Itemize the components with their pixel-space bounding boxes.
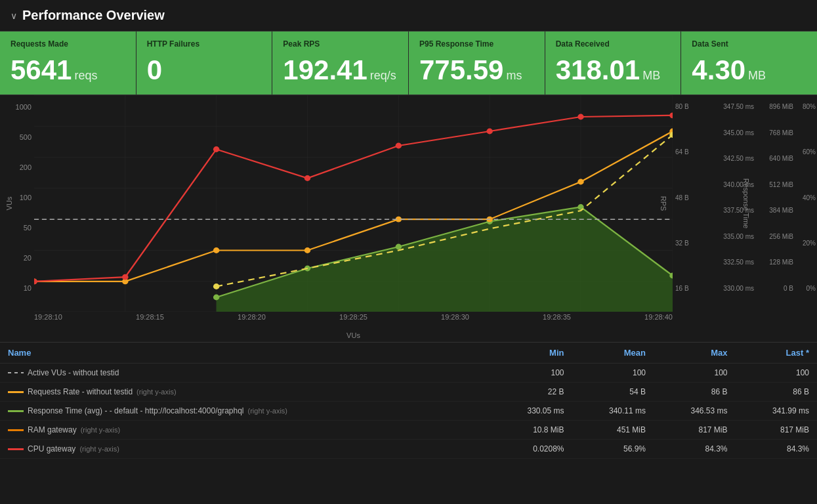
row-name: Active VUs - without testid — [0, 364, 490, 383]
stat-card-p95-response: P95 Response Time 775.59ms — [409, 32, 545, 94]
y-axis-vus-label: VUs — [5, 197, 13, 211]
row-mean: 56.9% — [572, 440, 654, 459]
stats-row: Requests Made 5641reqs HTTP Failures 0 P… — [0, 31, 817, 94]
stat-label: Requests Made — [10, 39, 125, 49]
stat-label: Data Received — [556, 39, 671, 49]
col-header-last: Last * — [736, 343, 818, 364]
table-row: Response Time (avg) - - default - http:/… — [0, 402, 817, 421]
svg-point-35 — [213, 146, 219, 152]
col-header-max: Max — [654, 343, 736, 364]
svg-point-39 — [577, 114, 583, 120]
header: ∨ Performance Overview — [0, 0, 817, 31]
row-last: 341.99 ms — [736, 402, 818, 421]
svg-point-18 — [396, 244, 402, 250]
stat-card-http-failures: HTTP Failures 0 — [136, 32, 273, 94]
stat-label: Peak RPS — [283, 39, 398, 49]
row-name: Requests Rate - without testid (right y-… — [0, 383, 490, 402]
col-header-mean: Mean — [572, 343, 654, 364]
svg-point-38 — [486, 129, 492, 135]
row-mean: 340.11 ms — [572, 402, 654, 421]
col-header-name: Name — [0, 343, 490, 364]
page-title: Performance Overview — [22, 8, 165, 23]
svg-point-28 — [577, 179, 583, 185]
row-last: 100 — [736, 364, 818, 383]
row-max: 346.53 ms — [654, 402, 736, 421]
table-row: RAM gateway (right y-axis) 10.8 MiB 451 … — [0, 421, 817, 440]
x-axis-title: VUs — [34, 331, 673, 342]
row-name: CPU gateway (right y-axis) — [0, 440, 490, 459]
table-row: Requests Rate - without testid (right y-… — [0, 383, 817, 402]
row-last: 84.3% — [736, 440, 818, 459]
chart-area — [34, 95, 673, 312]
stat-value: 318.01MB — [556, 56, 671, 84]
row-max: 86 B — [654, 383, 736, 402]
stat-value: 775.59ms — [419, 56, 534, 84]
svg-point-24 — [213, 247, 219, 253]
svg-point-40 — [669, 112, 673, 118]
svg-point-25 — [304, 247, 310, 253]
row-max: 817 MiB — [654, 421, 736, 440]
y-axis-response-label: Response Time — [742, 178, 750, 228]
table-row: Active VUs - without testid 100 100 100 … — [0, 364, 817, 383]
row-mean: 451 MiB — [572, 421, 654, 440]
svg-point-34 — [122, 274, 128, 280]
svg-point-30 — [213, 284, 219, 289]
row-min: 100 — [490, 364, 572, 383]
stat-value: 4.30MB — [692, 56, 807, 84]
row-min: 330.05 ms — [490, 402, 572, 421]
stat-label: P95 Response Time — [419, 39, 534, 49]
stat-label: Data Sent — [692, 39, 807, 49]
chevron-icon: ∨ — [10, 10, 17, 21]
col-header-min: Min — [490, 343, 572, 364]
row-name: RAM gateway (right y-axis) — [0, 421, 490, 440]
svg-point-37 — [396, 143, 402, 149]
table-row: CPU gateway (right y-axis) 0.0208% 56.9%… — [0, 440, 817, 459]
svg-marker-15 — [217, 207, 673, 312]
stat-value: 192.41req/s — [283, 56, 398, 84]
row-max: 84.3% — [654, 440, 736, 459]
legend-table: Name Min Mean Max Last * Active VUs - wi… — [0, 342, 817, 459]
stat-card-requests-made: Requests Made 5641reqs — [0, 32, 136, 94]
stat-card-data-received: Data Received 318.01MB — [545, 32, 682, 94]
stat-value: 0 — [147, 56, 262, 84]
stat-card-peak-rps: Peak RPS 192.41req/s — [272, 32, 409, 94]
row-last: 817 MiB — [736, 421, 818, 440]
row-min: 0.0208% — [490, 440, 572, 459]
svg-point-16 — [213, 295, 219, 301]
chart-svg — [34, 95, 673, 312]
row-name: Response Time (avg) - - default - http:/… — [0, 402, 490, 421]
y-axis-rps-label: RPS — [660, 196, 668, 211]
row-last: 86 B — [736, 383, 818, 402]
x-axis-labels: 19:28:10 19:28:15 19:28:20 19:28:25 19:2… — [34, 312, 673, 322]
row-max: 100 — [654, 364, 736, 383]
stat-value: 5641reqs — [10, 56, 125, 84]
row-mean: 54 B — [572, 383, 654, 402]
row-min: 10.8 MiB — [490, 421, 572, 440]
row-mean: 100 — [572, 364, 654, 383]
stat-card-data-sent: Data Sent 4.30MB — [681, 32, 817, 94]
y-axis-pct: 80% 60% 40% 20% 0% — [796, 95, 817, 312]
svg-point-33 — [34, 278, 37, 284]
row-min: 22 B — [490, 383, 572, 402]
stat-label: HTTP Failures — [147, 39, 262, 49]
y-axis-rps: 80 B 64 B 48 B 32 B 16 B — [673, 95, 707, 312]
svg-point-36 — [304, 175, 310, 181]
y-axis-data: 896 MiB 768 MiB 640 MiB 512 MiB 384 MiB … — [757, 95, 796, 312]
